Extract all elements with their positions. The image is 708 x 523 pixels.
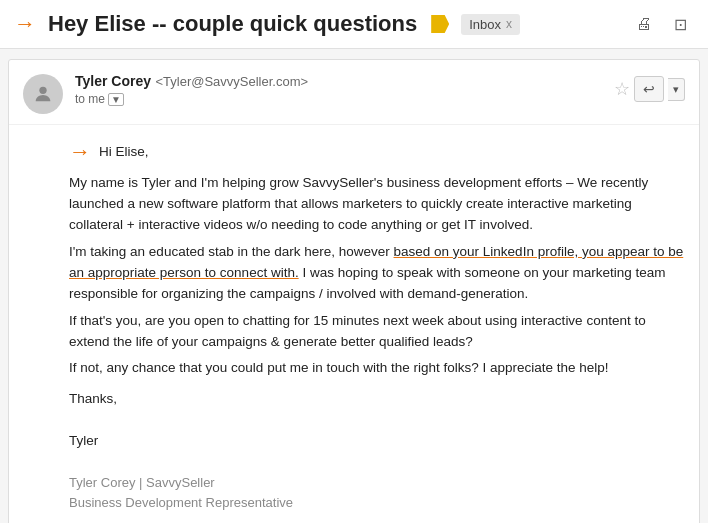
reply-dropdown-button[interactable]: ▾ [668, 78, 685, 101]
expand-icon: ⊡ [674, 15, 687, 34]
sender-email-address: <Tyler@SavvySeller.com> [155, 74, 308, 89]
paragraph-3: If that's you, are you open to chatting … [69, 311, 685, 353]
sender-name: Tyler Corey [75, 73, 151, 89]
sender-row: Tyler Corey <Tyler@SavvySeller.com> to m… [9, 60, 699, 125]
paragraph-4: If not, any chance that you could put me… [69, 358, 685, 379]
email-greeting: Hi Elise, [99, 142, 149, 163]
to-me-label: to me [75, 92, 105, 106]
email-header: → Hey Elise -- couple quick questions In… [0, 0, 708, 49]
inbox-badge: Inbox x [461, 14, 520, 35]
inbox-close-button[interactable]: x [506, 17, 512, 31]
signature-block: Thanks, Tyler Tyler Corey | SavvySeller … [69, 389, 685, 513]
thanks-line: Thanks, [69, 389, 685, 410]
email-content: → Hi Elise, My name is Tyler and I'm hel… [9, 125, 699, 523]
avatar-icon [32, 83, 54, 105]
email-card: Tyler Corey <Tyler@SavvySeller.com> to m… [8, 59, 700, 523]
expand-button[interactable]: ⊡ [666, 10, 694, 38]
greeting-row: → Hi Elise, [69, 135, 685, 169]
print-icon: 🖨 [636, 15, 652, 33]
sig-company-line2: Business Development Representative [69, 493, 685, 513]
inbox-label: Inbox [469, 17, 501, 32]
reply-icon: ↩ [643, 81, 655, 97]
label-tag-icon[interactable] [431, 15, 449, 33]
sig-company-line1: Tyler Corey | SavvySeller [69, 473, 685, 493]
sig-name: Tyler [69, 431, 685, 452]
sender-info: Tyler Corey <Tyler@SavvySeller.com> to m… [75, 72, 602, 106]
avatar [23, 74, 63, 114]
body-arrow-icon: → [69, 135, 91, 169]
reply-button[interactable]: ↩ [634, 76, 664, 102]
svg-point-0 [39, 87, 46, 94]
paragraph-1: My name is Tyler and I'm helping grow Sa… [69, 173, 685, 236]
paragraph-2: I'm taking an educated stab in the dark … [69, 242, 685, 305]
sender-actions: ☆ ↩ ▾ [614, 76, 685, 102]
star-button[interactable]: ☆ [614, 78, 630, 100]
paragraph-2-before: I'm taking an educated stab in the dark … [69, 244, 394, 259]
email-subject: Hey Elise -- couple quick questions [48, 11, 417, 37]
header-arrow-icon: → [14, 11, 36, 37]
print-button[interactable]: 🖨 [630, 10, 658, 38]
to-dropdown-button[interactable]: ▼ [108, 93, 124, 106]
